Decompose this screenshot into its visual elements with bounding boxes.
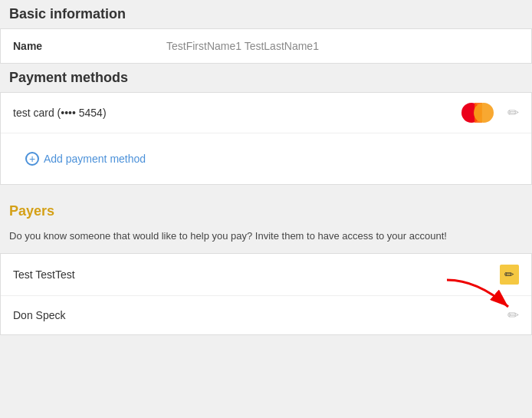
payment-methods-title: Payment methods — [0, 64, 532, 92]
add-payment-label: Add payment method — [44, 153, 146, 165]
name-row: Name TestFirstName1 TestLastName1 — [1, 29, 531, 63]
card-name: test card (•••• 5454) — [13, 107, 461, 119]
payer-name-1: Test TestTest — [13, 268, 500, 281]
edit-card-icon[interactable]: ✏ — [507, 104, 519, 121]
payers-title: Payers — [0, 197, 532, 225]
add-payment-row[interactable]: + Add payment method — [1, 133, 531, 184]
name-label: Name — [13, 40, 166, 52]
payment-card-row: test card (•••• 5454) ✏ — [1, 93, 531, 133]
mastercard-icon — [461, 102, 495, 123]
edit-payer-icon-highlighted[interactable]: ✏ — [500, 265, 519, 285]
payer-row-2: Don Speck ✏ — [1, 296, 531, 334]
basic-info-title: Basic information — [0, 0, 532, 28]
payers-description: Do you know someone that would like to h… — [0, 225, 532, 253]
edit-payer-icon-2[interactable]: ✏ — [507, 307, 519, 324]
payer-row-1: Test TestTest ✏ — [1, 254, 531, 296]
name-value: TestFirstName1 TestLastName1 — [166, 40, 519, 52]
add-payment-method-link[interactable]: + Add payment method — [13, 143, 158, 175]
add-circle-icon: + — [25, 152, 39, 166]
payer-name-2: Don Speck — [13, 309, 507, 321]
